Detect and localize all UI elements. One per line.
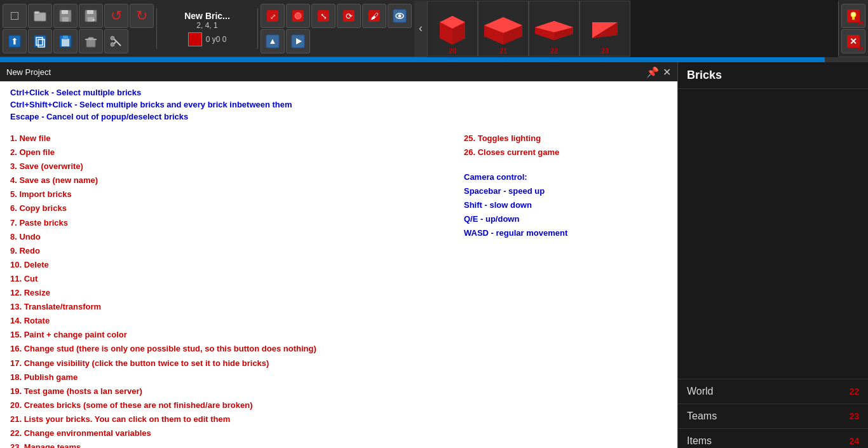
project-bar-title: New Project [6, 67, 51, 77]
project-title-display: New Bric... [184, 11, 230, 21]
help-item: 2. Open file [10, 146, 438, 160]
brick-item-23[interactable]: 23 [580, 1, 630, 57]
redo-button[interactable]: ↻ [130, 4, 154, 28]
shortcut-line-1: Ctrl+Click - Select multiple bricks [10, 88, 667, 97]
save-as-button[interactable]: + [79, 4, 103, 28]
svg-rect-58 [852, 17, 855, 20]
svg-point-36 [398, 14, 402, 17]
import-bricks-button[interactable]: ⬆ [3, 29, 27, 53]
camera-control-item: Shift - slow down [464, 198, 667, 212]
help-item: 9. Redo [10, 244, 438, 258]
toggle-lighting-button[interactable]: 25 [841, 4, 865, 28]
help-main-section: 1. New file2. Open file3. Save (overwrit… [10, 132, 667, 448]
publish-button[interactable]: ▲ [261, 29, 285, 53]
help-item: 12. Resize [10, 286, 438, 300]
svg-rect-1 [34, 11, 39, 14]
copy-bricks-button[interactable] [28, 29, 52, 53]
help-item: 18. Publish game [10, 370, 438, 384]
test-game-button[interactable] [286, 29, 310, 53]
help-item: 22. Change environmental variables [10, 426, 438, 440]
svg-text:⟳: ⟳ [346, 11, 353, 21]
help-item: 5. Import bricks [10, 187, 438, 201]
color-swatch[interactable] [188, 32, 202, 46]
paint-button[interactable]: 🖌 [362, 4, 386, 28]
brick-item-21[interactable]: 21 [478, 1, 529, 57]
items-label: Items [687, 435, 712, 447]
help-item: 15. Paint + change paint color [10, 328, 438, 342]
svg-rect-3 [62, 10, 68, 14]
brick-num-21: 21 [499, 47, 507, 55]
toolbar-mid-row-1: ⤢ ⤡ ⟳ 🖌 [261, 4, 412, 28]
help-item: 7. Paste bricks [10, 216, 438, 230]
help-item-right: 25. Toggles lighting [464, 132, 667, 146]
undo-button[interactable]: ↺ [104, 4, 128, 28]
toolbar-row-1: □ + ↺ ↻ [3, 4, 154, 28]
pin-icon[interactable]: 📌 [646, 66, 659, 78]
main-toolbar: □ + ↺ ↻ ⬆ [0, 0, 868, 57]
world-label: World [687, 386, 714, 397]
open-file-button[interactable] [28, 4, 52, 28]
shortcut-line-3: Escape - Cancel out of popup/deselect br… [10, 112, 667, 121]
translate-button[interactable]: ⤢ [261, 4, 285, 28]
help-item-right: 26. Closes current game [464, 146, 667, 160]
toolbar-mid-section: ⤢ ⤡ ⟳ 🖌 ▲ [258, 1, 414, 56]
eye-visibility-button[interactable] [388, 4, 412, 28]
sidebar-item-items[interactable]: Items 24 [678, 428, 868, 448]
toolbar-center-section: New Bric... 2, 4, 1 0 y0 0 [156, 8, 258, 49]
brick-selector: 20 21 22 [427, 0, 838, 57]
color-row: 0 y0 0 [188, 32, 227, 46]
svg-point-27 [295, 13, 301, 19]
svg-text:▲: ▲ [269, 36, 277, 46]
help-item: 10. Delete [10, 258, 438, 272]
brick-item-20[interactable]: 20 [427, 1, 478, 57]
right-sidebar: Bricks World 22 Teams 23 Items 24 [677, 62, 868, 448]
help-item: 19. Test game (hosts a lan server) [10, 384, 438, 398]
help-content: Ctrl+Click - Select multiple bricks Ctrl… [0, 81, 677, 448]
help-item: 11. Cut [10, 272, 438, 286]
rotate-button[interactable]: ⟳ [337, 4, 361, 28]
save-button[interactable] [53, 4, 78, 28]
help-item: 16. Change stud (there is only one possi… [10, 342, 438, 356]
xyz-display: 0 y0 0 [206, 35, 227, 44]
help-left-column: 1. New file2. Open file3. Save (overwrit… [10, 132, 438, 448]
help-item: 4. Save as (new name) [10, 173, 438, 187]
sidebar-title: Bricks [678, 62, 868, 89]
shortcut-line-2: Ctrl+Shift+Click - Select multiple brick… [10, 100, 667, 109]
brick-nav-left[interactable]: ‹ [414, 1, 427, 57]
progress-bar-container [0, 57, 868, 62]
new-file-button[interactable]: □ [3, 4, 27, 28]
svg-rect-19 [85, 39, 97, 40]
sidebar-item-world[interactable]: World 22 [678, 379, 868, 404]
help-item: 1. New file [10, 132, 438, 146]
sidebar-item-teams[interactable]: Teams 23 [678, 404, 868, 428]
paste-bricks-button[interactable] [53, 29, 78, 53]
stud-button[interactable] [286, 4, 310, 28]
help-item: 14. Rotate [10, 314, 438, 328]
help-item: 3. Save (overwrite) [10, 160, 438, 173]
project-bar: New Project 📌 ✕ [0, 62, 677, 81]
teams-label: Teams [687, 411, 717, 422]
teams-num: 23 [849, 411, 859, 421]
svg-rect-15 [62, 39, 69, 46]
svg-text:🖌: 🖌 [370, 11, 379, 21]
world-num: 22 [849, 386, 859, 397]
brick-item-22[interactable]: 22 [529, 1, 580, 57]
help-item: 6. Copy bricks [10, 201, 438, 215]
delete-button[interactable] [79, 29, 103, 53]
camera-control-item: Spacebar - speed up [464, 184, 667, 198]
svg-point-22 [111, 43, 114, 46]
cut-button[interactable] [104, 29, 128, 53]
toolbar-row-2: ⬆ [3, 29, 154, 53]
help-item: 23. Manage teams [10, 440, 438, 448]
resize-button[interactable]: ⤡ [311, 4, 336, 28]
svg-text:✕: ✕ [850, 36, 857, 46]
camera-control-title: Camera control: [464, 172, 667, 182]
close-project-icon[interactable]: ✕ [663, 66, 671, 78]
close-game-button[interactable]: ✕ 26 [841, 29, 865, 53]
toolbar-mid-row-2: ▲ [261, 29, 412, 53]
progress-bar-fill [0, 57, 825, 62]
svg-rect-6 [87, 10, 93, 14]
svg-text:⤡: ⤡ [320, 11, 327, 21]
project-bar-icons: 📌 ✕ [646, 66, 671, 78]
brick-num-23: 23 [601, 47, 609, 55]
